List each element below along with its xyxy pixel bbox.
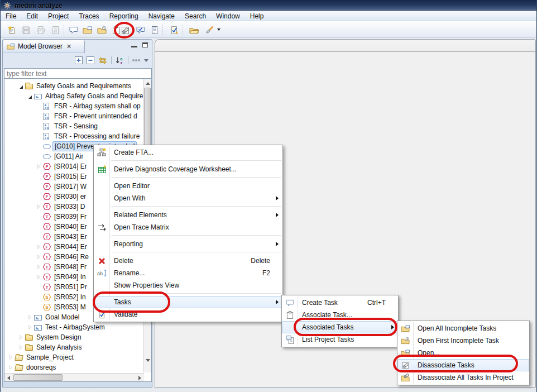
menu-item-associated-tasks[interactable]: Associated Tasks: [282, 321, 398, 333]
scroll-up-icon[interactable]: [143, 79, 152, 87]
menu-navigate[interactable]: Navigate: [143, 12, 180, 21]
requirement-T-icon: T: [43, 213, 51, 220]
collapsed-arrow-icon[interactable]: [7, 353, 15, 361]
task-eraser-button[interactable]: [119, 24, 131, 36]
tree-item[interactable]: TSR - Processing and failure: [4, 131, 143, 141]
tree-item[interactable]: Safety Goals and Requirements: [4, 81, 143, 91]
model-browser-tab[interactable]: Model Browser ✕: [3, 40, 85, 53]
menu-item-create-task[interactable]: Create Task Ctrl+T: [282, 297, 398, 309]
collapsed-arrow-icon[interactable]: [35, 162, 43, 170]
menu-item-open[interactable]: Open...: [397, 347, 529, 359]
menu-traces[interactable]: Traces: [74, 12, 104, 21]
minimize-view-icon[interactable]: [131, 42, 137, 47]
scroll-right-icon[interactable]: [136, 374, 144, 382]
menu-edit[interactable]: Edit: [21, 12, 43, 21]
tree-item[interactable]: System Design: [4, 332, 143, 342]
tree-item[interactable]: Safety Analysis: [4, 342, 143, 352]
goal-icon: [43, 154, 51, 159]
menu-reporting[interactable]: Reporting: [104, 12, 143, 21]
open-folder-button[interactable]: [188, 24, 200, 36]
expand-all-icon[interactable]: [75, 56, 83, 64]
submenu-arrow-icon: [391, 325, 394, 329]
collapsed-arrow-icon[interactable]: [35, 203, 43, 211]
new-report-button[interactable]: [6, 24, 18, 36]
tree-item[interactable]: FSR - Prevent unintended d: [4, 111, 143, 121]
collapsed-arrow-icon[interactable]: [26, 323, 34, 331]
menu-item-open-editor[interactable]: Open Editor: [94, 180, 282, 192]
tree-item[interactable]: Test - AirbagSystem: [4, 322, 143, 332]
menu-item-delete[interactable]: Delete Delete: [94, 255, 282, 267]
task-list-button[interactable]: [148, 24, 161, 36]
menu-item-show-properties-view[interactable]: Show Properties View: [94, 279, 282, 291]
validate-button[interactable]: [168, 24, 180, 36]
collapsed-arrow-icon[interactable]: [35, 253, 43, 261]
save-button[interactable]: [20, 24, 32, 36]
clipboard-icon: [286, 311, 294, 319]
menu-item-open-all-incomplete-tasks[interactable]: Open All Incomplete Tasks: [397, 322, 529, 334]
expanded-arrow-icon[interactable]: [17, 82, 25, 90]
view-menu-dots-icon[interactable]: [132, 59, 140, 61]
create-comment-button[interactable]: [68, 24, 80, 36]
menu-help[interactable]: Help: [245, 12, 269, 21]
scroll-left-icon[interactable]: [4, 374, 13, 382]
requirement-T-icon: T: [43, 274, 51, 280]
collapsed-arrow-icon[interactable]: [35, 273, 43, 281]
menu-item-associate-task[interactable]: Associate Task...: [282, 309, 398, 321]
model-browser-tab-title: Model Browser: [18, 42, 63, 50]
task-folder-one-icon: 1: [97, 26, 107, 34]
tree-item[interactable]: Sample_Project: [4, 352, 143, 362]
report-button[interactable]: [49, 24, 61, 36]
tasks-submenu: Create Task Ctrl+T Associate Task... Ass…: [281, 295, 399, 347]
close-icon[interactable]: ✕: [66, 43, 71, 50]
collapsed-arrow-icon[interactable]: [17, 333, 25, 341]
open-task-folder-button[interactable]: [81, 24, 94, 36]
menu-item-derive-worksheet[interactable]: Derive Diagnostic Coverage Worksheet...: [94, 163, 282, 175]
menu-item-open-first-incomplete-task[interactable]: 1 Open First Incomplete Task: [397, 334, 529, 347]
requirement-T-icon: T: [43, 254, 51, 260]
print-button[interactable]: [35, 24, 47, 36]
tree-item[interactable]: Airbag Safety Goals and Require: [4, 91, 143, 101]
task-feedback-button[interactable]: [135, 24, 147, 36]
menu-item-tasks[interactable]: Tasks: [94, 296, 282, 308]
tree-item[interactable]: TSR - Sensing: [4, 121, 143, 131]
scroll-down-icon[interactable]: [143, 356, 152, 364]
maximize-view-icon[interactable]: [142, 42, 148, 47]
menu-item-list-project-tasks[interactable]: List Project Tasks: [282, 333, 398, 346]
collapsed-arrow-icon[interactable]: [26, 313, 34, 321]
tree-horizontal-scrollbar[interactable]: [4, 373, 144, 381]
menu-item-disassociate-all-tasks[interactable]: Disassociate All Tasks In Project: [397, 371, 529, 384]
menu-item-create-fta[interactable]: Create FTA...: [94, 146, 282, 159]
menu-search[interactable]: Search: [180, 12, 211, 21]
collapsed-arrow-icon[interactable]: [7, 364, 15, 371]
menu-project[interactable]: Project: [43, 12, 74, 21]
menu-item-related-elements[interactable]: Related Elements: [94, 209, 282, 221]
filter-input[interactable]: [4, 68, 152, 79]
menu-item-disassociate-tasks[interactable]: Disassociate Tasks: [397, 359, 529, 371]
collapsed-arrow-icon[interactable]: [17, 343, 25, 351]
validate-icon: [98, 310, 106, 319]
view-menu-dropdown-icon[interactable]: [144, 59, 148, 62]
package-folder-icon: [25, 335, 33, 341]
menu-file[interactable]: File: [1, 12, 21, 21]
expanded-arrow-icon[interactable]: [26, 92, 34, 100]
collapsed-arrow-icon[interactable]: [35, 243, 43, 251]
comment-bubble-icon: [69, 26, 78, 34]
format-brush-button[interactable]: [203, 24, 215, 36]
collapse-all-icon[interactable]: [87, 56, 94, 64]
sort-alpha-icon[interactable]: a z: [116, 56, 124, 65]
horizontal-scroll-thumb[interactable]: [13, 374, 63, 381]
requirement-T-icon: T: [43, 233, 51, 240]
svg-text:ab: ab: [97, 271, 103, 276]
link-with-editor-icon[interactable]: [98, 57, 107, 64]
menu-item-validate[interactable]: Validate: [94, 308, 282, 321]
toolbar-dropdown-icon[interactable]: [217, 28, 220, 31]
menu-window[interactable]: Window: [211, 12, 245, 21]
collapsed-arrow-icon[interactable]: [35, 263, 43, 271]
menu-item-open-trace-matrix[interactable]: Open Trace Matrix: [94, 221, 282, 233]
menu-item-open-with[interactable]: Open With: [94, 192, 282, 204]
menu-item-reporting[interactable]: Reporting: [94, 238, 282, 250]
tree-item[interactable]: doorsreqs: [4, 362, 143, 372]
open-first-task-folder-button[interactable]: 1: [96, 24, 108, 36]
menu-item-rename[interactable]: ab Rename... F2: [94, 267, 282, 279]
tree-item[interactable]: FSR - Airbag system shall op: [4, 101, 143, 111]
